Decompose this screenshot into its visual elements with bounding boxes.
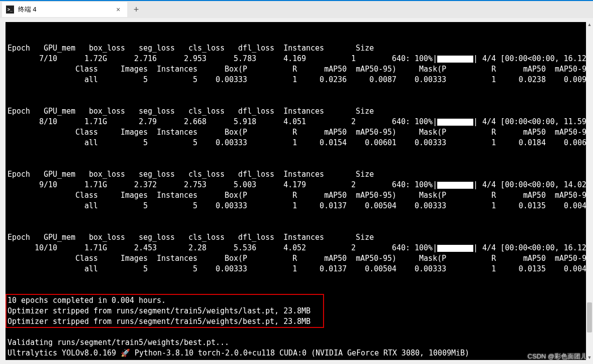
scroll-thumb[interactable] — [587, 302, 592, 332]
epoch-block: Epoch GPU_mem box_loss seg_loss cls_loss… — [8, 170, 586, 210]
tab-bar: >_ 终端 4 × + — [0, 0, 593, 18]
terminal-output: Epoch GPU_mem box_loss seg_loss cls_loss… — [6, 22, 586, 360]
progress-bar — [437, 245, 473, 252]
completion-block: 10 epochs completed in 0.004 hours. Opti… — [8, 296, 311, 326]
terminal-tab[interactable]: >_ 终端 4 × — [2, 2, 127, 17]
close-icon[interactable]: × — [114, 6, 122, 14]
progress-bar — [437, 182, 473, 189]
terminal-icon: >_ — [6, 6, 14, 14]
epoch-block: Epoch GPU_mem box_loss seg_loss cls_loss… — [8, 44, 586, 84]
scrollbar[interactable]: ▲ ▼ — [587, 22, 592, 360]
scroll-up-icon[interactable]: ▲ — [587, 22, 592, 27]
progress-bar — [437, 56, 473, 63]
scroll-down-icon[interactable]: ▼ — [587, 355, 592, 360]
epoch-block: Epoch GPU_mem box_loss seg_loss cls_loss… — [8, 233, 586, 273]
new-tab-button[interactable]: + — [129, 3, 143, 17]
progress-bar — [437, 119, 473, 126]
epoch-block: Epoch GPU_mem box_loss seg_loss cls_loss… — [8, 107, 586, 147]
window: >_ 终端 4 × + Epoch GPU_mem box_loss seg_l… — [0, 0, 593, 364]
watermark: CSDN @彩色面团儿 — [527, 352, 587, 361]
terminal-area[interactable]: Epoch GPU_mem box_loss seg_loss cls_loss… — [6, 22, 586, 360]
tab-title: 终端 4 — [18, 5, 37, 14]
